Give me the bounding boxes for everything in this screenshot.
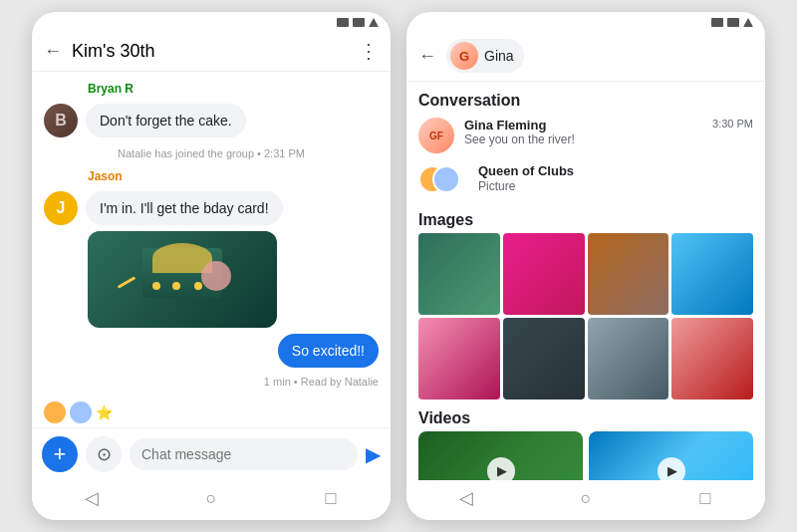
grid-image-3[interactable] — [671, 233, 753, 315]
chat-title: Kim's 30th — [72, 41, 349, 62]
conv-info-qoc: Queen of Clubs Picture — [478, 161, 753, 193]
avatar-gina: GF — [418, 118, 454, 153]
conv-preview-qoc: Picture — [478, 179, 753, 193]
reaction-avatar-1 — [44, 401, 66, 423]
system-message: Natalie has joined the group • 2:31 PM — [44, 147, 379, 159]
avatar-qoc-b — [432, 165, 460, 193]
gina-avatar-chip: G — [450, 42, 478, 70]
conv-preview-gina: See you on the river! — [464, 133, 753, 146]
message-row-jason: J I'm in. I'll get the bday card! — [44, 191, 379, 225]
grid-image-5[interactable] — [503, 318, 585, 399]
grid-image-2[interactable] — [588, 233, 669, 315]
app-bar-left: ← Kim's 30th ⋮ — [32, 31, 391, 72]
conv-info-gina: Gina Fleming 3:30 PM See you on the rive… — [464, 118, 753, 146]
read-status: 1 min • Read by Natalie — [44, 376, 379, 388]
videos-row: ▶ ▶ — [418, 431, 753, 481]
nav-bar-left: ◁ ○ □ — [32, 480, 391, 520]
back-button-right[interactable]: ← — [418, 46, 436, 67]
add-button[interactable]: + — [42, 436, 78, 472]
reaction-emoji: ⭐ — [96, 404, 113, 420]
conversation-title: Conversation — [418, 92, 753, 110]
grid-image-4[interactable] — [418, 318, 500, 399]
images-section: Images — [418, 211, 753, 399]
conversation-item-gina[interactable]: GF Gina Fleming 3:30 PM See you on the r… — [418, 114, 753, 157]
back-button[interactable]: ← — [44, 41, 62, 62]
nav-home-button-r[interactable]: ○ — [574, 486, 598, 510]
videos-title: Videos — [418, 409, 753, 427]
images-grid — [418, 233, 753, 399]
signal-icon — [337, 18, 349, 27]
play-button-1[interactable]: ▶ — [658, 457, 685, 481]
message-input[interactable] — [130, 438, 358, 470]
wifi-icon — [353, 18, 365, 27]
cake-image — [88, 231, 277, 328]
avatar-bryan: B — [44, 104, 78, 137]
conversation-item-qoc[interactable]: Queen of Clubs Picture — [418, 157, 753, 201]
camera-button[interactable]: ⊙ — [86, 436, 122, 472]
message-row-bryan: B Don't forget the cake. — [44, 104, 379, 137]
video-thumb-0[interactable]: ▶ — [418, 431, 583, 481]
status-bar-right — [406, 12, 765, 31]
play-button-0[interactable]: ▶ — [487, 457, 515, 481]
more-options-button[interactable]: ⋮ — [359, 39, 379, 63]
conversation-section: Conversation GF Gina Fleming 3:30 PM See… — [418, 92, 753, 201]
status-bar-left — [32, 12, 391, 31]
sender-name-jason: Jason — [88, 169, 379, 183]
conv-name-qoc: Queen of Clubs — [478, 163, 574, 178]
bubble-jason: I'm in. I'll get the bday card! — [86, 191, 283, 225]
left-phone: ← Kim's 30th ⋮ Bryan R B Don't forget th… — [32, 12, 391, 520]
bubble-sent: So excited!! — [278, 334, 379, 368]
right-phone: ← G Gina Conversation GF — [406, 12, 765, 520]
grid-image-1[interactable] — [503, 233, 585, 315]
wifi-icon-r — [727, 18, 739, 27]
message-row-sent: So excited!! — [44, 334, 379, 368]
images-title: Images — [418, 211, 753, 229]
battery-icon-r — [743, 18, 753, 27]
grid-image-6[interactable] — [588, 318, 669, 399]
conv-time-gina: 3:30 PM — [712, 118, 753, 130]
nav-home-button[interactable]: ○ — [199, 486, 223, 510]
send-button[interactable]: ▶ — [366, 442, 381, 466]
grid-image-7[interactable] — [671, 318, 753, 399]
reaction-row: ⭐ — [32, 398, 391, 427]
videos-section: Videos ▶ ▶ — [418, 409, 753, 481]
avatar-qoc — [418, 161, 462, 197]
input-bar: + ⊙ ▶ — [32, 427, 391, 480]
chat-area: Bryan R B Don't forget the cake. Natalie… — [32, 72, 391, 398]
grid-image-0[interactable] — [418, 233, 500, 315]
gina-chip-name: Gina — [484, 48, 514, 64]
app-bar-right: ← G Gina — [406, 31, 765, 82]
camera-icon: ⊙ — [97, 443, 112, 465]
nav-back-button[interactable]: ◁ — [80, 486, 104, 510]
conv-name-gina: Gina Fleming — [464, 118, 546, 133]
gina-chip[interactable]: G Gina — [446, 39, 524, 73]
battery-icon — [369, 18, 379, 27]
avatar-jason: J — [44, 191, 78, 225]
nav-back-button-r[interactable]: ◁ — [454, 486, 478, 510]
video-thumb-1[interactable]: ▶ — [589, 431, 753, 481]
nav-square-button-r[interactable]: □ — [693, 486, 717, 510]
nav-bar-right: ◁ ○ □ — [406, 480, 765, 520]
nav-square-button[interactable]: □ — [319, 486, 343, 510]
sender-name-bryan: Bryan R — [88, 82, 379, 96]
reaction-avatar-2 — [70, 401, 92, 423]
bubble-bryan: Don't forget the cake. — [86, 104, 246, 137]
content-area: Conversation GF Gina Fleming 3:30 PM See… — [406, 82, 765, 480]
signal-icon-r — [711, 18, 723, 27]
